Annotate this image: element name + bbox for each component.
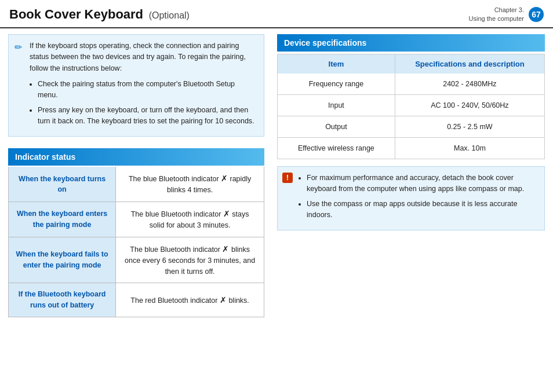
info-list: For maximum performance and accuracy, de…	[299, 173, 537, 221]
indicator-row: When the keyboard turns onThe blue Bluet…	[9, 167, 264, 202]
specs-section-header: Device specifications	[277, 34, 545, 52]
chapter-badge: 67	[529, 7, 544, 22]
notice-list: Check the pairing status from the comput…	[30, 79, 257, 127]
indicator-row: If the Bluetooth keyboard runs out of ba…	[9, 283, 264, 317]
page-header: Book Cover Keyboard (Optional) Chapter 3…	[0, 0, 553, 28]
specs-item: Frequency range	[278, 74, 395, 95]
title-optional: (Optional)	[149, 10, 190, 20]
bluetooth-icon: ✗	[222, 244, 229, 254]
indicator-table: When the keyboard turns onThe blue Bluet…	[8, 167, 264, 317]
indicator-row: When the keyboard enters the pairing mod…	[9, 202, 264, 237]
specs-row: Output0.25 - 2.5 mW	[278, 116, 545, 137]
indicator-row: When the keyboard fails to enter the pai…	[9, 237, 264, 283]
specs-item: Effective wireless range	[278, 137, 395, 159]
left-column: ✏ If the keyboard stops operating, check…	[0, 34, 272, 317]
indicator-description: The blue Bluetooth indicator ✗ rapidly b…	[116, 167, 264, 202]
bluetooth-icon: ✗	[221, 174, 228, 183]
notice-item: Check the pairing status from the comput…	[38, 79, 257, 101]
indicator-description: The red Bluetooth indicator ✗ blinks.	[116, 283, 264, 317]
chapter-sub: Using the computer	[469, 14, 524, 23]
notice-box: ✏ If the keyboard stops operating, check…	[8, 34, 264, 137]
bluetooth-icon: ✗	[223, 209, 230, 218]
indicator-description: The blue Bluetooth indicator ✗ stays sol…	[116, 202, 264, 237]
indicator-label: When the keyboard enters the pairing mod…	[9, 202, 116, 237]
info-box: ! For maximum performance and accuracy, …	[277, 166, 545, 231]
specs-desc: 2402 - 2480MHz	[395, 74, 544, 95]
specs-item: Output	[278, 116, 395, 137]
indicator-description: The blue Bluetooth indicator ✗ blinks on…	[116, 237, 264, 283]
specs-row: Frequency range2402 - 2480MHz	[278, 74, 545, 95]
indicator-label: If the Bluetooth keyboard runs out of ba…	[9, 283, 116, 317]
bluetooth-icon: ✗	[220, 295, 227, 305]
info-item: For maximum performance and accuracy, de…	[307, 173, 537, 195]
specs-item: Input	[278, 94, 395, 116]
indicator-section-header: Indicator status	[8, 148, 264, 166]
indicator-label: When the keyboard turns on	[9, 167, 116, 202]
specs-desc: Max. 10m	[395, 137, 544, 159]
chapter-label: Chapter 3.	[469, 6, 524, 14]
main-content: ✏ If the keyboard stops operating, check…	[0, 28, 553, 317]
specs-row: InputAC 100 - 240V, 50/60Hz	[278, 94, 545, 116]
indicator-label: When the keyboard fails to enter the pai…	[9, 237, 116, 283]
notice-text: If the keyboard stops operating, check t…	[30, 42, 246, 72]
specs-row: Effective wireless rangeMax. 10m	[278, 137, 545, 159]
chapter-info: Chapter 3. Using the computer 67	[469, 6, 544, 24]
specs-col-desc: Specifications and description	[395, 54, 544, 74]
specs-table: Item Specifications and description Freq…	[277, 54, 545, 159]
page-title: Book Cover Keyboard (Optional)	[9, 7, 190, 22]
specs-desc: AC 100 - 240V, 50/60Hz	[395, 94, 544, 116]
title-main: Book Cover Keyboard	[9, 7, 143, 21]
notice-item: Press any key on the keyboard, or turn o…	[38, 105, 257, 127]
pencil-icon: ✏	[14, 41, 22, 55]
specs-col-item: Item	[278, 54, 395, 74]
info-item: Use the compass or map apps outside beca…	[307, 199, 537, 221]
warning-icon: !	[282, 173, 293, 183]
specs-desc: 0.25 - 2.5 mW	[395, 116, 544, 137]
right-column: Device specifications Item Specification…	[272, 34, 553, 317]
